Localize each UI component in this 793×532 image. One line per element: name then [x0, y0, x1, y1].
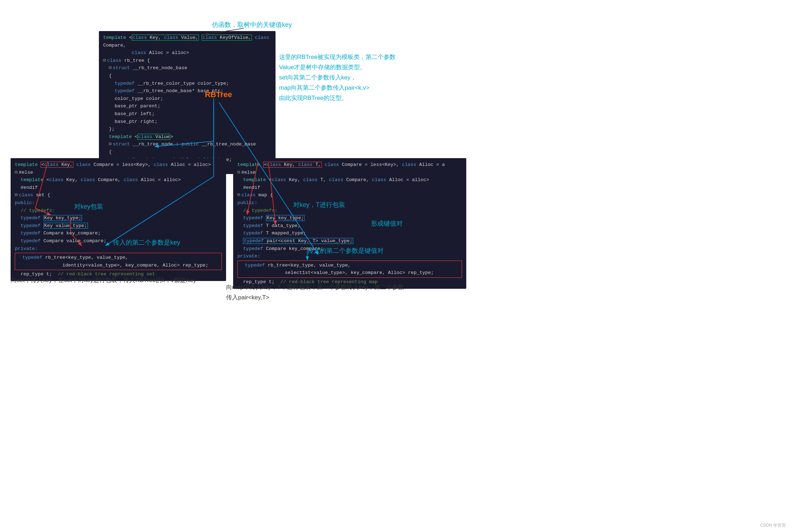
set-wrap-label: 对key包装: [74, 201, 103, 212]
map-code-block: template <class Key, class T, class Comp…: [233, 158, 466, 289]
map-bottom-text1: 向map中传入key，T，进行包装；第一个参数传入key，第二个参数 传入pai…: [226, 282, 404, 303]
right-annotation: 这里的RBTree被实现为模板类，第二个参数 Value才是树中存储的数据类型。…: [279, 52, 396, 103]
watermark: CSDN 学苦苦: [760, 522, 786, 528]
set-second-param: 传入的第二个参数是key: [113, 237, 180, 248]
map-wrap-label: 对key，T进行包装: [293, 199, 345, 210]
top-code-block: template <class Key, class Value, class …: [99, 31, 276, 174]
map-second-param: 传入的第二个参数是键值对: [307, 245, 384, 256]
set-code-block: template <class Key, class Compare = les…: [11, 158, 226, 281]
rbtree-label: RBTree: [205, 90, 232, 99]
set-bottom-text: 向set中传入key，在set中对key进行包装，传入RBTree的k，v都是K…: [11, 275, 196, 286]
top-annotation: 仿函数，取树中的关键值key: [212, 20, 292, 29]
map-kv-label: 形成键值对: [371, 218, 403, 229]
